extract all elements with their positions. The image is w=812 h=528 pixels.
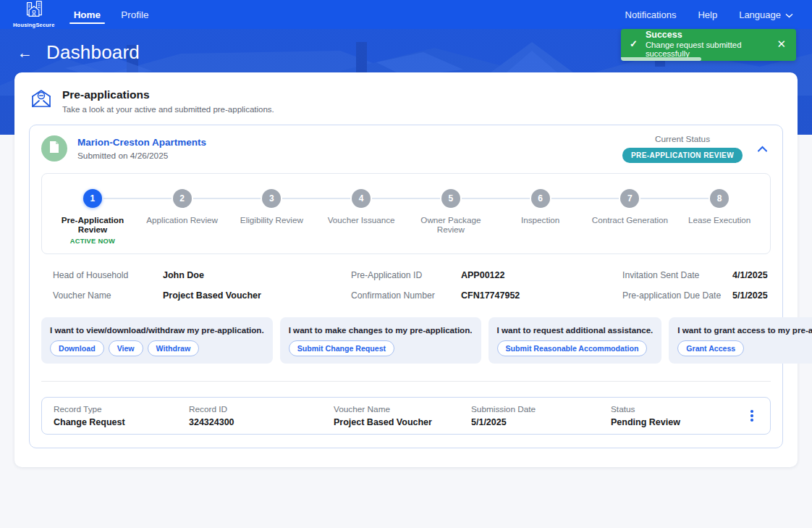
section-titles: Pre-applications Take a look at your act… [62, 88, 274, 114]
nav-help[interactable]: Help [698, 9, 717, 20]
step-number: 5 [441, 189, 460, 208]
section-header: Pre-applications Take a look at your act… [30, 88, 783, 114]
action-box-make-changes: I want to make changes to my pre-applica… [280, 317, 481, 364]
record-submission-date-field: Submission Date 5/1/2025 [471, 404, 611, 427]
page-header: ← Dashboard [14, 41, 140, 64]
detail-value: 4/1/2025 [732, 270, 768, 280]
step-eligibility-review: 3 Eligibility Review [227, 189, 317, 245]
chevron-up-icon[interactable] [754, 139, 771, 158]
withdraw-button[interactable]: Withdraw [148, 340, 200, 356]
step-contract-generation: 7 Contract Generation [585, 189, 675, 245]
record-label: Status [611, 404, 745, 414]
nav-language-label: Language [739, 9, 781, 20]
detail-value: APP00122 [461, 270, 504, 280]
brand-name: HousingSecure [13, 22, 55, 28]
nav-home[interactable]: Home [74, 0, 101, 29]
detail-value: John Doe [163, 270, 204, 280]
check-icon: ✓ [630, 38, 638, 49]
toast-message: Change request submitted successfully [646, 41, 774, 58]
success-toast: ✓ Success Change request submitted succe… [621, 29, 796, 61]
application-header-right: Current Status PRE-APPLICATION REVIEW [622, 134, 771, 163]
detail-pre-application-id: Pre-Application ID APP00122 [351, 270, 622, 280]
step-label: Pre-Application Review [48, 215, 138, 234]
nav-right: Notifications Help Language [625, 9, 793, 20]
step-owner-package-review: 5 Owner Package Review [406, 189, 496, 245]
envelope-icon [30, 88, 52, 112]
kebab-menu-icon[interactable] [745, 408, 758, 423]
step-inspection: 6 Inspection [496, 189, 585, 245]
application-card: Marion-Creston Apartments Submitted on 4… [29, 125, 783, 448]
record-value: Project Based Voucher [334, 417, 471, 427]
action-box-grant-access: I want to grant access to my pre-applica… [669, 317, 812, 364]
step-number: 1 [83, 189, 102, 208]
back-arrow-icon[interactable]: ← [14, 43, 35, 62]
step-number: 3 [262, 189, 281, 208]
record-label: Voucher Name [334, 404, 471, 414]
status-label: Current Status [655, 134, 710, 144]
page-title: Dashboard [46, 41, 140, 64]
record-type-field: Record Type Change Request [54, 404, 189, 427]
view-button[interactable]: View [109, 340, 143, 356]
step-label: Application Review [143, 215, 221, 225]
document-icon [48, 141, 60, 156]
top-nav: HousingSecure Home Profile Notifications… [0, 0, 812, 29]
detail-value: Project Based Voucher [163, 290, 261, 301]
detail-pre-application-due-date: Pre-application Due Date 5/1/2025 [622, 290, 771, 301]
toast-text: Success Change request submitted success… [646, 30, 774, 58]
detail-head-of-household: Head of Household John Doe [53, 270, 351, 280]
application-title-wrap: Marion-Creston Apartments Submitted on 4… [77, 137, 206, 161]
step-pre-application-review: 1 Pre-Application Review ACTIVE NOW [48, 189, 138, 245]
action-buttons: Grant Access [677, 340, 812, 356]
action-prompt: I want to make changes to my pre-applica… [289, 325, 473, 335]
application-name-link[interactable]: Marion-Creston Apartments [77, 137, 206, 148]
status-badge: PRE-APPLICATION REVIEW [622, 148, 743, 163]
close-icon[interactable]: ✕ [774, 37, 789, 51]
step-number: 7 [620, 189, 639, 208]
application-header: Marion-Creston Apartments Submitted on 4… [41, 134, 771, 163]
step-number: 6 [531, 189, 550, 208]
action-buttons: Submit Reasonable Accommodation [497, 340, 654, 356]
step-number: 4 [352, 189, 371, 208]
nav-links: Home Profile [74, 0, 149, 29]
record-status-field: Status Pending Review [611, 404, 745, 427]
record-label: Record Type [54, 404, 189, 414]
record-voucher-name-field: Voucher Name Project Based Voucher [334, 404, 471, 427]
nav-language[interactable]: Language [739, 9, 793, 20]
action-prompt: I want to grant access to my pre-applica… [677, 325, 812, 335]
current-status: Current Status PRE-APPLICATION REVIEW [622, 134, 743, 163]
action-box-view-download-withdraw: I want to view/download/withdraw my pre-… [41, 317, 273, 364]
step-application-review: 2 Application Review [138, 189, 227, 245]
toast-title: Success [646, 30, 774, 40]
step-label: Contract Generation [589, 215, 671, 225]
detail-label: Confirmation Number [351, 290, 461, 301]
detail-label: Voucher Name [53, 290, 163, 301]
detail-value: 5/1/2025 [732, 290, 768, 301]
record-row: Record Type Change Request Record ID 324… [41, 397, 771, 435]
application-submitted-date: Submitted on 4/26/2025 [77, 151, 206, 161]
record-label: Submission Date [471, 404, 611, 414]
avatar [41, 135, 67, 162]
download-button[interactable]: Download [50, 340, 104, 356]
pre-applications-panel: Pre-applications Take a look at your act… [14, 72, 798, 467]
record-value: Pending Review [611, 417, 745, 427]
detail-label: Head of Household [53, 270, 163, 280]
brand-logo[interactable]: HousingSecure [13, 1, 55, 28]
step-label: Eligibility Review [237, 215, 306, 225]
step-label: Lease Execution [685, 215, 753, 225]
active-now-badge: ACTIVE NOW [70, 238, 115, 245]
grant-access-button[interactable]: Grant Access [677, 340, 744, 356]
detail-value: CFN17747952 [461, 290, 520, 301]
section-divider [41, 381, 771, 382]
action-prompt: I want to request additional assistance. [497, 325, 654, 335]
step-number: 8 [710, 189, 729, 208]
record-value: 5/1/2025 [471, 417, 611, 427]
step-label: Owner Package Review [406, 215, 496, 234]
detail-voucher-name: Voucher Name Project Based Voucher [53, 290, 351, 301]
step-voucher-issuance: 4 Voucher Issuance [316, 189, 406, 245]
nav-notifications[interactable]: Notifications [625, 9, 677, 20]
nav-profile[interactable]: Profile [121, 0, 148, 29]
housing-logo-icon [25, 1, 43, 21]
submit-reasonable-accommodation-button[interactable]: Submit Reasonable Accommodation [497, 340, 648, 356]
record-value: Change Request [54, 417, 189, 427]
submit-change-request-button[interactable]: Submit Change Request [289, 340, 394, 356]
